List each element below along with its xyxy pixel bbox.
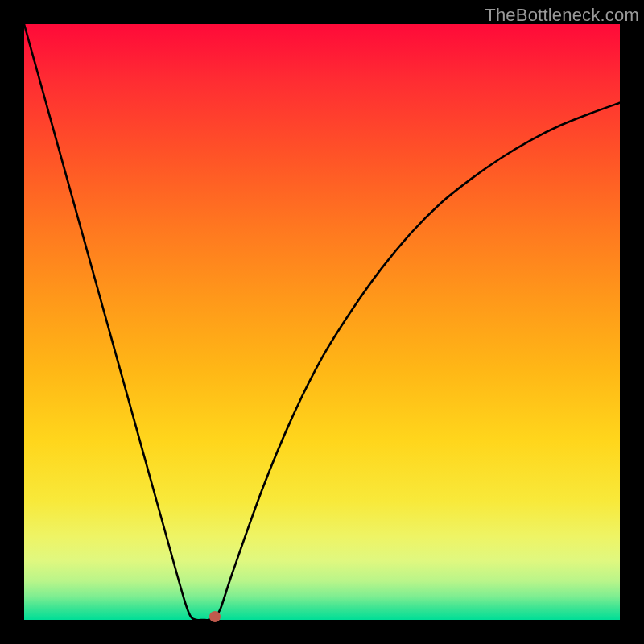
optimal-point-marker — [209, 611, 221, 622]
plot-area — [24, 24, 620, 620]
chart-stage: TheBottleneck.com — [0, 0, 644, 644]
bottleneck-curve — [24, 24, 620, 620]
watermark-text: TheBottleneck.com — [485, 5, 639, 26]
curve-svg — [24, 24, 620, 620]
